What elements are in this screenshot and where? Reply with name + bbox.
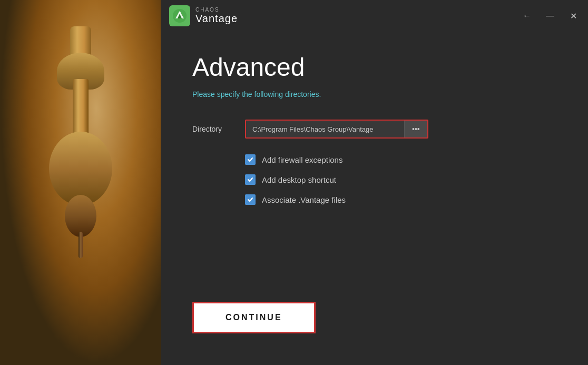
- button-area: CONTINUE: [192, 302, 556, 344]
- app-logo-icon: [169, 5, 190, 26]
- checkbox-firewall-label: Add firewall exceptions: [262, 155, 342, 164]
- logo-text: chaos Vantage: [195, 7, 238, 25]
- svg-point-1: [179, 12, 181, 14]
- checkbox-associate[interactable]: Associate .Vantage files: [245, 194, 556, 205]
- continue-button[interactable]: CONTINUE: [192, 302, 316, 333]
- logo-area: chaos Vantage: [169, 5, 238, 26]
- right-panel: chaos Vantage ← — ✕ Advanced Please spec…: [161, 0, 588, 365]
- page-title: Advanced: [192, 53, 556, 82]
- page-subtitle: Please specify the following directories…: [192, 90, 556, 98]
- checkbox-firewall-box[interactable]: [245, 154, 256, 165]
- directory-input[interactable]: [246, 121, 404, 137]
- left-panel-image: [0, 0, 161, 365]
- back-button[interactable]: ←: [521, 9, 533, 22]
- checkbox-firewall[interactable]: Add firewall exceptions: [245, 154, 556, 165]
- checkbox-desktop-label: Add desktop shortcut: [262, 175, 336, 184]
- minimize-button[interactable]: —: [544, 9, 556, 22]
- title-bar: chaos Vantage ← — ✕: [161, 0, 588, 32]
- main-content: Advanced Please specify the following di…: [161, 32, 588, 365]
- checkbox-associate-label: Associate .Vantage files: [262, 195, 346, 204]
- directory-row: Directory •••: [192, 120, 556, 139]
- window-controls: ← — ✕: [521, 9, 580, 22]
- close-button[interactable]: ✕: [567, 9, 580, 22]
- browse-button[interactable]: •••: [404, 121, 427, 137]
- checkbox-associate-box[interactable]: [245, 194, 256, 205]
- directory-label: Directory: [192, 125, 234, 133]
- checkbox-desktop[interactable]: Add desktop shortcut: [245, 174, 556, 185]
- checkbox-desktop-box[interactable]: [245, 174, 256, 185]
- checkbox-list: Add firewall exceptions Add desktop shor…: [245, 154, 556, 205]
- chaos-label: chaos: [195, 7, 238, 13]
- vantage-label: Vantage: [195, 13, 238, 25]
- directory-input-group: •••: [245, 120, 428, 139]
